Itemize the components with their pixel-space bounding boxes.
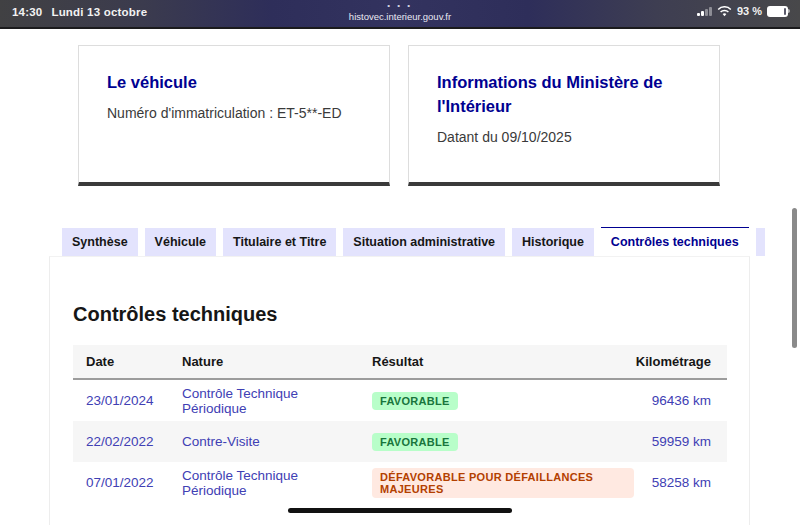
cell-nature: Contre-Visite (169, 434, 359, 449)
result-badge: FAVORABLE (372, 392, 458, 410)
cell-resultat: DÉFAVORABLE POUR DÉFAILLANCES MAJEURES (359, 468, 634, 498)
status-right: 93 % (697, 5, 790, 17)
tab-controles-techniques[interactable]: Contrôles techniques (601, 227, 749, 256)
tab-historique[interactable]: Historique (512, 228, 594, 256)
table-row: 22/02/2022 Contre-Visite FAVORABLE 59959… (73, 421, 727, 462)
cell-nature: Contrôle Technique Périodique (169, 468, 359, 498)
cell-date: 23/01/2024 (73, 393, 169, 408)
table-row: 07/01/2022 Contrôle Technique Périodique… (73, 462, 727, 503)
tab-situation-administrative[interactable]: Situation administrative (343, 228, 505, 256)
table-row: 23/01/2024 Contrôle Technique Périodique… (73, 380, 727, 421)
result-badge: DÉFAVORABLE POUR DÉFAILLANCES MAJEURES (372, 468, 634, 498)
vehicle-card-title: Le véhicule (107, 71, 361, 95)
ministry-info-card: Informations du Ministère de l'Intérieur… (408, 45, 720, 186)
tab-titulaire-et-titre[interactable]: Titulaire et Titre (223, 228, 336, 256)
cell-date: 07/01/2022 (73, 475, 169, 490)
col-header-nature: Nature (169, 354, 359, 369)
tab-kilometrage[interactable]: Kilométrage (756, 228, 765, 256)
home-indicator[interactable] (288, 508, 512, 513)
result-badge: FAVORABLE (372, 433, 458, 451)
address-bar-url[interactable]: histovec.interieur.gouv.fr (0, 11, 800, 22)
battery-percent: 93 % (737, 5, 762, 17)
cell-resultat: FAVORABLE (359, 433, 634, 451)
cell-resultat: FAVORABLE (359, 392, 634, 410)
tab-vehicule[interactable]: Véhicule (145, 228, 216, 256)
col-header-kilometrage: Kilométrage (634, 354, 727, 369)
tab-synthese[interactable]: Synthèse (62, 228, 138, 256)
cellular-signal-icon (697, 6, 712, 16)
tab-bar: Synthèse Véhicule Titulaire et Titre Sit… (49, 227, 765, 256)
cell-kilometrage: 96436 km (634, 393, 727, 408)
status-bar: 14:30 Lundi 13 octobre • • • histovec.in… (0, 0, 800, 29)
tab-panel-controles-techniques: Contrôles techniques Date Nature Résulta… (49, 256, 750, 525)
ministry-info-card-title: Informations du Ministère de l'Intérieur (437, 71, 691, 119)
cell-kilometrage: 59959 km (634, 434, 727, 449)
vehicle-card: Le véhicule Numéro d'immatriculation : E… (78, 45, 390, 186)
table-header-row: Date Nature Résultat Kilométrage (73, 345, 727, 380)
vehicle-card-registration: Numéro d'immatriculation : ET-5**-ED (107, 104, 361, 124)
battery-icon (767, 6, 790, 17)
cell-date: 22/02/2022 (73, 434, 169, 449)
toolbar-dots-icon[interactable]: • • • (0, 1, 800, 11)
browser-compact-toolbar[interactable]: • • • histovec.interieur.gouv.fr (0, 1, 800, 22)
page-scrollbar[interactable] (792, 208, 797, 348)
ministry-info-card-date: Datant du 09/10/2025 (437, 128, 691, 148)
cell-kilometrage: 58258 km (634, 475, 727, 490)
cell-nature: Contrôle Technique Périodique (169, 386, 359, 416)
col-header-resultat: Résultat (359, 354, 634, 369)
technical-inspections-table: Date Nature Résultat Kilométrage 23/01/2… (73, 345, 727, 503)
col-header-date: Date (73, 354, 169, 369)
wifi-icon (717, 6, 732, 17)
section-title: Contrôles techniques (73, 303, 749, 326)
